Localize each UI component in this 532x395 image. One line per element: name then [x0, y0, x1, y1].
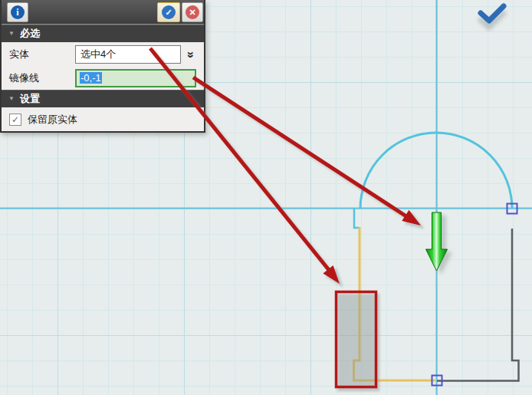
section-settings[interactable]: ▼ 设置 [2, 90, 204, 107]
dialog-titlebar[interactable]: i ✓ ✕ [2, 0, 204, 24]
entity-row: 实体 选中4个 » [2, 42, 204, 66]
cancel-button[interactable]: ✕ [182, 2, 203, 22]
cancel-x-icon: ✕ [186, 5, 199, 19]
entity-label: 实体 [9, 48, 75, 61]
info-icon: i [11, 5, 25, 19]
collapse-triangle-icon: ▼ [8, 95, 15, 102]
entity-input[interactable]: 选中4个 [75, 45, 181, 64]
mirror-dialog: i ✓ ✕ ▼ 必选 实体 选中4个 » 镜像线 -0,-1 ▼ 设置 ✓ 保留… [0, 0, 205, 133]
keep-original-label: 保留原实体 [28, 113, 77, 127]
collapse-triangle-icon: ▼ [8, 30, 15, 37]
section-settings-title: 设置 [20, 92, 40, 106]
mirror-line-label: 镜像线 [9, 71, 75, 85]
mirror-line-row: 镜像线 -0,-1 [2, 66, 204, 90]
mirror-line-selected-text: -0,-1 [80, 72, 102, 84]
dialog-body: ▼ 必选 实体 选中4个 » 镜像线 -0,-1 ▼ 设置 ✓ 保留原实体 [2, 24, 204, 131]
confirm-check-icon: ✓ [162, 5, 176, 19]
confirm-button[interactable]: ✓ [157, 2, 180, 22]
expand-chevron-icon[interactable]: » [185, 51, 197, 58]
keep-original-checkbox[interactable]: ✓ [9, 114, 21, 126]
info-button[interactable]: i [7, 2, 28, 22]
keep-original-row: ✓ 保留原实体 [2, 107, 204, 131]
mirror-line-input[interactable]: -0,-1 [75, 69, 196, 87]
checkbox-check-icon: ✓ [11, 115, 19, 124]
section-required-title: 必选 [20, 27, 40, 41]
section-required[interactable]: ▼ 必选 [2, 25, 204, 42]
